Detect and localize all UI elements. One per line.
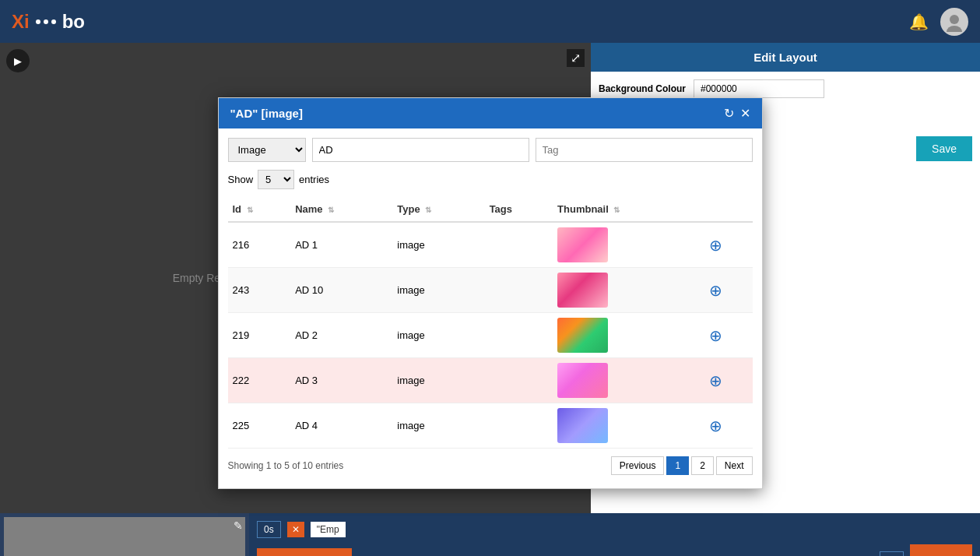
logo-dot-2 [44,19,48,24]
cell-type: image [392,313,484,358]
save-button[interactable]: Save [916,136,972,161]
logo-dot-1 [36,19,40,24]
cell-add[interactable]: ⊕ [704,222,752,268]
cell-name: AD 2 [290,313,392,358]
cell-tags [485,222,553,268]
add-media-button[interactable]: ⊕ [709,371,722,390]
cell-add[interactable]: ⊕ [704,313,752,358]
modal-header: "AD" [image] ↻ ✕ [219,98,762,128]
sort-thumb-icon: ⇅ [613,206,620,214]
table-row: 222 AD 3 image ⊕ [228,358,753,403]
media-table: Id ⇅ Name ⇅ Type ⇅ Tags [228,197,753,449]
orange-timeline-block [910,544,972,556]
cell-name: AD 10 [290,268,392,313]
col-id[interactable]: Id ⇅ [228,197,291,222]
time-start-badge: 0s [257,521,281,538]
edit-pencil-icon[interactable]: ✎ [234,519,243,532]
cell-add[interactable]: ⊕ [704,268,752,313]
logo-dots [36,19,56,24]
modal-refresh-button[interactable]: ↻ [724,106,734,121]
col-tags[interactable]: Tags [485,197,553,222]
empty-region-button[interactable]: Empty Region [257,548,352,557]
tag-filter-input[interactable] [536,138,753,162]
show-count-select[interactable]: 5 10 25 [258,170,294,189]
svg-point-0 [950,15,959,24]
add-media-button[interactable]: ⊕ [709,326,722,345]
play-button[interactable]: ▶ [6,49,30,72]
col-name[interactable]: Name ⇅ [290,197,392,222]
svg-point-1 [947,26,962,32]
cell-type: image [392,268,484,313]
thumbnail-image [557,227,608,262]
col-actions [704,197,752,222]
name-filter-input[interactable] [312,138,529,162]
page-2-button[interactable]: 2 [691,456,714,475]
previous-page-button[interactable]: Previous [611,456,665,475]
timeline-row: 0s ✕ "Emp [257,521,972,538]
cell-id: 219 [228,313,291,358]
pagination: Previous 1 2 Next [611,456,753,475]
cell-thumbnail [553,403,704,449]
sort-id-icon: ⇅ [247,206,253,214]
preview-canvas [4,517,245,556]
cell-thumbnail [553,268,704,313]
cell-id: 243 [228,268,291,313]
add-media-button[interactable]: ⊕ [709,417,722,435]
logo-text: Xi [12,11,30,33]
next-page-button[interactable]: Next [716,456,753,475]
fullscreen-button[interactable]: ⤢ [567,49,585,67]
preview-panel: ✎ [0,513,249,556]
brand: Xi bo [12,11,85,33]
modal-title: "AD" [image] [230,107,303,120]
cell-id: 216 [228,222,291,268]
cell-add[interactable]: ⊕ [704,358,752,403]
ad-image-modal: "AD" [image] ↻ ✕ Image Show 5 10 25 [218,97,763,489]
background-colour-input[interactable] [694,79,824,98]
logo-suffix: bo [62,11,85,33]
cell-add[interactable]: ⊕ [704,403,752,449]
user-avatar[interactable] [940,8,968,36]
thumbnail-image [557,408,608,443]
region-label: "Emp [311,522,346,537]
cell-name: AD 1 [290,222,392,268]
cell-thumbnail [553,358,704,403]
navbar: Xi bo 🔔 [0,0,980,43]
timeline-area: 0s ✕ "Emp Empty Region 0s [249,513,980,556]
logo-dot-3 [51,19,56,24]
time-end-badge: 0s [880,551,904,556]
cell-tags [485,403,553,449]
cell-name: AD 4 [290,403,392,449]
edit-layout-header: Edit Layout [591,43,980,72]
background-colour-row: Background Colour [599,79,972,98]
thumbnail-image [557,273,608,308]
cell-type: image [392,222,484,268]
sort-name-icon: ⇅ [328,206,334,214]
table-row: 225 AD 4 image ⊕ [228,403,753,449]
thumbnail-image [557,318,608,353]
table-row: 219 AD 2 image ⊕ [228,313,753,358]
showing-text: Showing 1 to 5 of 10 entries [228,460,344,471]
sort-type-icon: ⇅ [425,206,431,214]
timeline-action-row: Empty Region 0s [257,544,972,556]
cell-type: image [392,403,484,449]
col-thumbnail[interactable]: Thumbnail ⇅ [553,197,704,222]
cell-type: image [392,358,484,403]
type-filter-select[interactable]: Image [228,138,306,162]
cell-id: 222 [228,358,291,403]
cell-tags [485,268,553,313]
modal-header-icons: ↻ ✕ [724,106,750,121]
navbar-right: 🔔 [909,8,968,36]
cell-thumbnail [553,222,704,268]
bell-icon[interactable]: 🔔 [909,12,929,31]
add-media-button[interactable]: ⊕ [709,281,722,300]
page-1-button[interactable]: 1 [666,456,689,475]
edit-layout-title: Edit Layout [753,51,817,64]
add-media-button[interactable]: ⊕ [709,236,722,255]
cell-tags [485,358,553,403]
play-icon: ▶ [14,55,22,67]
col-type[interactable]: Type ⇅ [392,197,484,222]
delete-item-button[interactable]: ✕ [287,522,304,537]
table-row: 216 AD 1 image ⊕ [228,222,753,268]
modal-close-button[interactable]: ✕ [740,106,750,121]
modal-body: Image Show 5 10 25 entries Id [219,128,762,488]
